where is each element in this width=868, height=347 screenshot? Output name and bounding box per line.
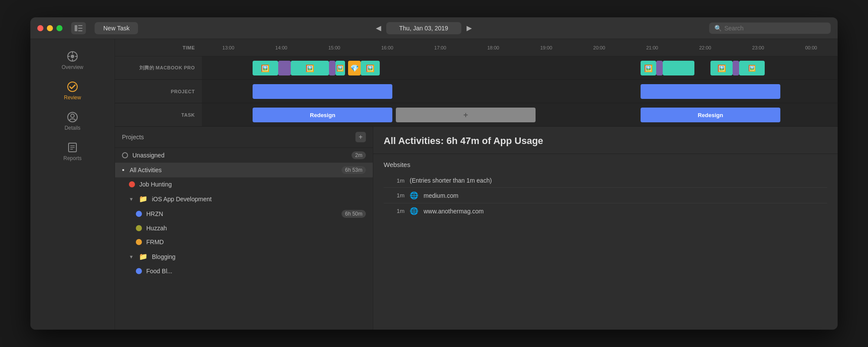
project-name: Food Bl... [146, 268, 366, 275]
list-item[interactable]: ▼ 📁 Blogging [115, 249, 373, 264]
project-dot [122, 152, 128, 158]
overview-icon [66, 50, 79, 62]
time-21: 21:00 [626, 45, 679, 50]
detail-section: Websites 1m (Entries shorter than 1m eac… [373, 154, 838, 226]
activity-block[interactable] [656, 61, 663, 75]
time-label: TIME [115, 45, 202, 50]
list-item[interactable]: Unassigned 2m [115, 148, 373, 163]
task-redesign-2[interactable]: Redesign [641, 108, 780, 122]
main-content: Overview Review Details [30, 39, 838, 330]
current-date-label: Thu, Jan 03, 2019 [386, 22, 461, 34]
project-dot [136, 211, 142, 217]
time-23: 23:00 [732, 45, 785, 50]
reports-label: Reports [63, 155, 82, 161]
globe-icon: 🌐 [410, 191, 418, 200]
time-17: 17:00 [414, 45, 467, 50]
next-date-button[interactable]: ▶ [461, 22, 477, 34]
maximize-button[interactable] [56, 25, 62, 31]
sidebar-nav: Overview Review Details [30, 39, 115, 330]
project-name: HRZN [146, 210, 337, 217]
activity-block[interactable]: 🖼️ [335, 61, 345, 75]
prev-date-button[interactable]: ◀ [371, 22, 386, 34]
svg-rect-1 [78, 25, 82, 26]
svg-point-10 [68, 82, 77, 92]
sidebar-item-overview[interactable]: Overview [30, 46, 115, 75]
svg-rect-0 [75, 25, 77, 31]
project-block[interactable] [253, 84, 392, 99]
minimize-button[interactable] [47, 25, 53, 31]
detail-section-title: Websites [384, 161, 827, 168]
project-dot [136, 268, 142, 274]
project-name: iOS App Development [152, 196, 366, 203]
project-time: 2m [352, 151, 366, 159]
detail-title: All Activities: 6h 47m of App Usage [384, 135, 827, 147]
list-item[interactable]: Food Bl... [115, 264, 373, 278]
date-navigator: ◀ Thu, Jan 03, 2019 ▶ [371, 22, 477, 34]
activity-block[interactable] [663, 61, 694, 75]
detail-time: 1m [389, 192, 404, 199]
overview-label: Overview [62, 64, 83, 70]
project-time: 6h 53m [342, 166, 366, 174]
detail-panel: All Activities: 6h 47m of App Usage Webs… [373, 127, 838, 330]
detail-time: 1m [389, 177, 404, 184]
sidebar-toggle-button[interactable] [71, 22, 86, 34]
activity-block[interactable]: 🖼️ [253, 61, 278, 75]
detail-time: 1m [389, 208, 404, 214]
timeline-header: TIME 13:00 14:00 15:00 16:00 17:00 18:00… [115, 39, 838, 56]
search-icon: 🔍 [714, 25, 722, 32]
activity-block[interactable]: 🖼️ [291, 61, 329, 75]
list-item[interactable]: ▪ All Activities 6h 53m [115, 163, 373, 177]
search-box[interactable]: 🔍 [709, 23, 831, 34]
task-row: TASK Redesign + Redesign [115, 103, 838, 127]
project-label: PROJECT [115, 89, 202, 94]
detail-row: 1m 🌐 www.anothermag.com [384, 203, 827, 219]
search-input[interactable] [724, 25, 825, 32]
app-window: New Task ◀ Thu, Jan 03, 2019 ▶ 🔍 [30, 17, 838, 330]
activity-block[interactable]: 🖼️ [710, 61, 733, 75]
task-track: Redesign + Redesign [202, 103, 838, 126]
folder-icon: 📁 [139, 252, 148, 261]
macbook-row: 刘腾的 MACBOOK PRO 🖼️ 🖼️ 🖼️ [115, 56, 838, 80]
time-16: 16:00 [361, 45, 414, 50]
macbook-label: 刘腾的 MACBOOK PRO [115, 65, 202, 71]
project-name: Job Hunting [139, 181, 366, 188]
time-22: 22:00 [679, 45, 732, 50]
activity-block[interactable]: 🖼️ [739, 61, 765, 75]
detail-row: 1m (Entries shorter than 1m each) [384, 174, 827, 188]
detail-entry-name: medium.com [424, 192, 458, 199]
project-name: FRMD [146, 239, 366, 246]
titlebar: New Task ◀ Thu, Jan 03, 2019 ▶ 🔍 [30, 17, 838, 39]
task-redesign-1[interactable]: Redesign [253, 108, 392, 122]
activity-block[interactable]: 🖼️ [641, 61, 657, 75]
activity-block[interactable]: 💎 [348, 61, 361, 75]
new-task-button[interactable]: New Task [95, 22, 138, 34]
project-name: Blogging [152, 253, 366, 260]
list-item[interactable]: ▼ 📁 iOS App Development [115, 191, 373, 206]
sidebar-item-reports[interactable]: Reports [30, 137, 115, 166]
activity-block[interactable]: 🖼️ [361, 61, 380, 75]
time-18: 18:00 [467, 45, 519, 50]
activity-block[interactable] [329, 61, 335, 75]
close-button[interactable] [37, 25, 43, 31]
project-time: 6h 50m [342, 210, 366, 218]
sidebar-item-review[interactable]: Review [30, 76, 115, 105]
list-item[interactable]: Job Hunting [115, 177, 373, 191]
traffic-lights [37, 25, 62, 31]
sidebar-item-details[interactable]: Details [30, 107, 115, 135]
detail-header: All Activities: 6h 47m of App Usage [373, 127, 838, 154]
review-label: Review [64, 95, 81, 101]
task-add-button[interactable]: + [396, 108, 536, 122]
activity-block[interactable] [278, 61, 291, 75]
activity-block[interactable] [733, 61, 739, 75]
list-item[interactable]: FRMD [115, 235, 373, 249]
list-item[interactable]: HRZN 6h 50m [115, 206, 373, 221]
time-19: 19:00 [519, 45, 572, 50]
add-project-button[interactable]: + [355, 132, 366, 142]
time-14: 14:00 [255, 45, 308, 50]
list-item[interactable]: Huzzah [115, 221, 373, 235]
project-block[interactable] [641, 84, 780, 99]
timeline-rows: 刘腾的 MACBOOK PRO 🖼️ 🖼️ 🖼️ [115, 56, 838, 127]
chevron-down-icon: ▼ [129, 254, 134, 259]
timeline-times: 13:00 14:00 15:00 16:00 17:00 18:00 19:0… [202, 45, 838, 50]
folder-icon: 📁 [139, 195, 148, 203]
